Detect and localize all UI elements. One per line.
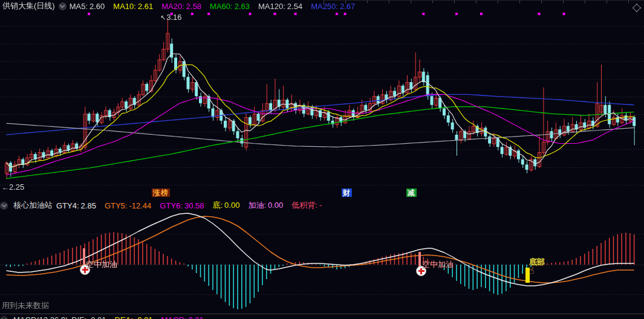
ma20-value: MA20:2.58 [161, 2, 201, 11]
stock-title: 供销大集(日线) [2, 1, 55, 11]
chevron-down-icon [60, 2, 65, 7]
dea-value: DEA:-0.01 [115, 315, 153, 319]
gty5-value: GTY5:-12.44 [105, 201, 151, 210]
ma60-value: MA60:2.63 [210, 2, 250, 11]
event-tag-cai: 财 [342, 188, 352, 197]
ma120-value: MA120:2.54 [258, 2, 302, 11]
refuel-label-2: 空中加油 [422, 260, 454, 268]
dijibei-value: 低积背:- [291, 200, 322, 211]
chevron-down-icon [1, 202, 6, 207]
up-left-arrow-icon: ↖ [160, 14, 166, 21]
di-value: 底:0.00 [212, 200, 239, 211]
candlestick-chart-canvas[interactable] [0, 11, 644, 199]
gty4-value: GTY4:2.85 [56, 201, 96, 210]
left-arrow-icon: ← [2, 183, 9, 192]
low-price-label: ←2.25 [2, 183, 24, 191]
macd-title: MACD(12,26,9) [13, 315, 68, 319]
jiayou-value: 加油:0.00 [248, 200, 283, 211]
refuel-label-1: 空中加油 [86, 260, 117, 268]
refuel-marker-bar [418, 252, 421, 266]
event-tag-jian: 减 [406, 188, 417, 197]
event-tag-zhangbang: 涨榜 [152, 188, 170, 197]
high-price-label: ↖3.16 [160, 13, 182, 21]
collapse-main-button[interactable] [59, 2, 67, 10]
pointing-hand-icon: ☝ [529, 266, 535, 276]
gty6-value: GTY6:30.58 [160, 201, 204, 210]
macd-header: MACD(12,26,9) DIF:-0.01 DEA:-0.01 MACD:0… [0, 314, 644, 319]
ma5-value: MA5:2.60 [70, 2, 105, 11]
dif-value: DIF:-0.01 [71, 315, 106, 319]
future-data-warning: 用到未来数据 [2, 301, 49, 309]
indicator-header: 核心加油站 GTY4:2.85 GTY5:-12.44 GTY6:30.58 底… [0, 200, 644, 211]
top-ruler-ticks [324, 0, 644, 3]
chevron-down-icon [1, 316, 6, 319]
collapse-indicator-button[interactable] [0, 202, 8, 210]
collapse-macd-button[interactable] [0, 316, 8, 319]
stock-app-window: 供销大集(日线) MA5:2.60 MA10:2.61 MA20:2.58 MA… [0, 0, 644, 319]
ma10-value: MA10:2.61 [113, 2, 153, 11]
macd-value: MACD:0.01 [161, 315, 204, 319]
indicator-title: 核心加油站 [13, 200, 53, 211]
